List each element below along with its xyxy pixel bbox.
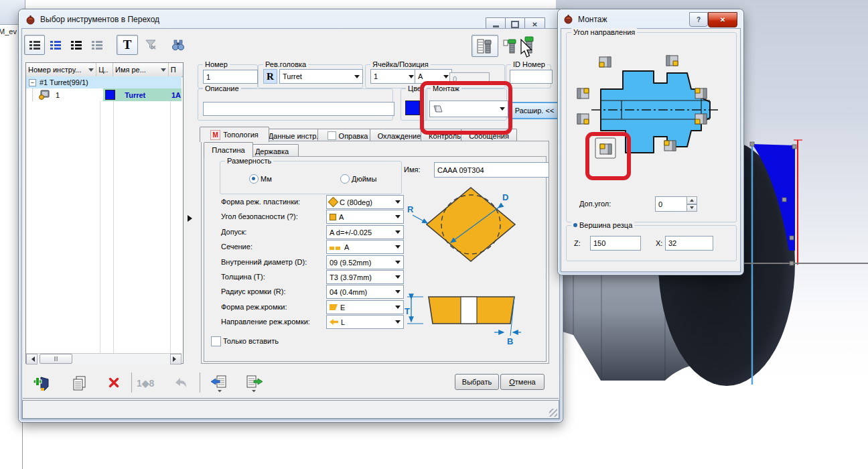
radio-inch-label: Дюймы [352,175,376,183]
edge-direction-combo[interactable]: L [326,315,404,329]
import-icon [210,375,228,393]
text-mode-button[interactable]: T [117,35,138,55]
tool-color-swatch [105,90,115,100]
orientation-right-upper[interactable] [695,88,707,98]
add-tool-button[interactable] [32,374,51,393]
chevron-down-icon [395,245,401,251]
number-field[interactable]: 1 [203,70,258,84]
orientation-top-left[interactable] [599,57,611,67]
background-clipped-label: M_ev [0,27,17,36]
filter-button[interactable] [140,35,161,55]
tab-topology[interactable]: M Топология [200,127,269,142]
table-row-tool[interactable]: 1 Turret 1A [26,88,182,101]
tab-cooling[interactable]: Охлаждение [370,129,429,142]
label-t: T [405,306,410,316]
tolerance-combo[interactable]: A d=+/-0.025 [326,225,404,239]
diamond-icon [328,197,339,208]
holder-box-icon [328,131,336,140]
splitter-arrow-icon[interactable] [188,215,196,222]
undo-button[interactable] [173,377,188,391]
chevron-down-icon [395,215,401,221]
select-button[interactable]: Выбрать [455,374,499,390]
cross-section-combo[interactable]: A [326,240,404,254]
tool-table[interactable]: Номер инстру... Ц.. Имя ре... П − #1 Tur… [25,62,184,364]
param-label: Радиус кромки (R): [221,285,286,297]
view-details-button[interactable] [24,35,45,55]
subtab-insert[interactable]: Пластина [204,142,253,157]
view-list-blue-button[interactable] [45,35,66,55]
insert-shape-combo[interactable]: C (80deg) [326,195,404,209]
orientation-bottom-right[interactable] [664,141,676,151]
column-header-name[interactable]: Имя ре... [113,63,169,76]
undo-arrow-icon [173,377,188,390]
copy-tool-button[interactable] [71,375,87,393]
orientation-left-lower[interactable] [577,114,589,124]
close-button[interactable]: ✕ [708,12,737,27]
inner-diameter-combo[interactable]: 09 (9.52mm) [326,255,404,269]
description-field[interactable] [203,102,394,116]
insert-only-checkbox[interactable] [211,336,221,346]
trapezoid-icon [330,304,338,310]
spin-up-icon[interactable] [686,196,697,204]
chevron-down-icon [395,200,401,206]
scroll-right-button[interactable] [170,354,182,364]
orientation-right-lower[interactable] [695,114,707,124]
id-field[interactable] [510,70,553,84]
copy-icon [71,375,87,391]
spin-down-icon[interactable] [686,204,697,212]
subtab-shank[interactable]: Державка [245,144,299,157]
column-header-number[interactable]: Номер инстру... [26,63,96,76]
export-tools-button[interactable] [246,375,263,393]
view-compact-button[interactable] [66,35,86,55]
annotation-selected-orientation [585,132,631,180]
search-tools-button[interactable] [167,35,189,55]
list-view-icon [29,40,41,50]
scrollbar-thumb[interactable] [40,354,72,364]
delete-tool-button[interactable] [108,377,121,390]
chevron-down-icon [395,306,401,312]
radio-mm[interactable] [249,174,259,184]
view-simple-button[interactable] [86,35,107,55]
column-header-pos[interactable]: П [169,63,183,76]
background-window-edge [22,422,23,469]
show-tool-button[interactable] [500,36,521,56]
units-label: Размерность [225,157,273,165]
column-header-color[interactable]: Ц.. [96,63,113,76]
table-row-group[interactable]: − #1 Turret(99/1) [26,76,182,88]
x-field[interactable]: 32 [665,236,713,251]
turning-tool-icon [38,90,50,100]
desktop: M_ev Выбор инструментов в Переход ✕ T [0,0,868,469]
edge-shape-combo[interactable]: E [326,300,404,314]
help-button[interactable]: ? [689,12,708,27]
param-label: Сечение: [221,240,252,253]
param-label: Угол безопасности (?): [221,210,298,222]
turret-combo[interactable]: Turret [279,69,363,84]
expand-button[interactable]: Расшир. << [508,102,561,119]
thickness-combo[interactable]: T3 (3.97mm) [326,270,404,284]
corner-radius-combo[interactable]: 04 (0.4mm) [326,285,404,299]
param-label: Направление реж.кромки: [221,315,310,328]
orientation-left-upper[interactable] [577,88,589,98]
cancel-button[interactable]: Отмена [500,374,545,390]
extra-angle-spinner[interactable] [686,196,697,212]
tool-cell-rest: Turret 1A [103,88,182,101]
orientation-top-right[interactable] [666,56,678,66]
station-combo[interactable]: 1 [370,69,417,84]
chevron-down-icon [395,230,401,237]
z-field[interactable]: 150 [590,236,641,251]
add-tool-icon [32,374,51,393]
tab-holder[interactable]: Оправка [317,129,378,142]
chevron-down-icon [354,75,360,81]
color-swatch[interactable] [405,100,420,115]
renumber-button[interactable]: 1◆8 [137,378,154,389]
resize-grip[interactable] [549,409,557,417]
import-tools-button[interactable] [210,375,228,393]
table-hscrollbar[interactable] [26,353,182,364]
scroll-left-button[interactable] [26,354,38,364]
tab-tool-data[interactable]: Данные инстр. [261,129,326,142]
show-tool-table-button[interactable] [472,35,498,57]
two-squares-icon [330,243,342,251]
expander-icon[interactable]: − [29,79,36,86]
relief-angle-combo[interactable]: A [326,210,404,224]
radio-inch[interactable] [340,174,350,184]
